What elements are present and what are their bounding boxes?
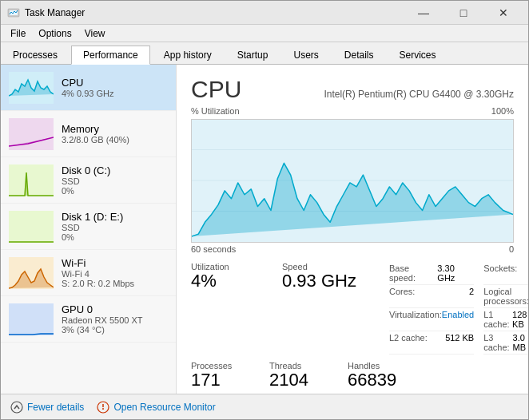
sidebar-item-gpu0[interactable]: GPU 0 Radeon RX 5500 XT 3% (34 °C) [1,296,176,343]
processes-value: 171 [191,370,255,390]
cpu-sub: 4% 0.93 GHz [62,89,168,98]
tab-processes[interactable]: Processes [1,45,70,64]
svg-point-15 [102,408,104,410]
svg-point-12 [11,402,22,413]
wifi-sidebar-info: Wi-Fi Wi-Fi 4 S: 2.0 R: 0.2 Mbps [62,257,168,288]
menu-file[interactable]: File [4,26,32,41]
task-manager-window: Task Manager — □ ✕ File Options View Pro… [0,0,529,420]
info-grid: Base speed: 3.30 GHz Sockets: 1 Cores: 2 [389,262,528,355]
menu-view[interactable]: View [78,26,112,41]
sidebar: CPU 4% 0.93 GHz Memory 3.2/8.0 GB (40%) [1,65,177,394]
chart-max-label: 100% [491,106,514,116]
disk0-title: Disk 0 (C:) [62,164,168,176]
detail-subtitle: Intel(R) Pentium(R) CPU G4400 @ 3.30GHz [324,89,514,100]
disk1-mini-chart [9,211,54,243]
sidebar-item-cpu[interactable]: CPU 4% 0.93 GHz [1,65,176,111]
memory-sub: 3.2/8.0 GB (40%) [62,135,168,145]
gpu0-mini-chart [9,303,54,335]
disk1-title: Disk 1 (D: E:) [62,211,168,223]
window-title: Task Manager [25,7,405,18]
detail-header: CPU Intel(R) Pentium(R) CPU G4400 @ 3.30… [191,76,514,103]
memory-sidebar-info: Memory 3.2/8.0 GB (40%) [62,123,168,145]
fewer-details-button[interactable]: Fewer details [10,401,84,414]
detail-title: CPU [191,76,241,103]
disk0-mini-chart [9,164,54,196]
window-controls: — □ ✕ [405,2,522,24]
wifi-title: Wi-Fi [62,257,168,269]
chart-time-label: 60 seconds [191,244,236,254]
memory-mini-chart [9,118,54,150]
cpu-chart [191,119,514,243]
cpu-title: CPU [62,77,168,89]
title-bar: Task Manager — □ ✕ [1,1,528,25]
sidebar-item-wifi[interactable]: Wi-Fi Wi-Fi 4 S: 2.0 R: 0.2 Mbps [1,250,176,296]
info-logical: Logical processors: 2 [483,285,528,308]
disk0-sub1: SSD [62,176,168,186]
tab-details[interactable]: Details [332,45,386,64]
memory-title: Memory [62,123,168,135]
cpu-mini-chart [9,72,54,104]
open-resource-monitor-button[interactable]: Open Resource Monitor [97,401,215,414]
disk1-sidebar-info: Disk 1 (D: E:) SSD 0% [62,211,168,242]
gpu0-title: GPU 0 [62,303,168,315]
minimize-button[interactable]: — [405,2,442,24]
tab-users[interactable]: Users [281,45,330,64]
chart-label-top: % Utilization 100% [191,106,514,116]
tab-performance[interactable]: Performance [71,46,150,65]
tab-services[interactable]: Services [388,45,448,64]
disk0-sub2: 0% [62,186,168,196]
maximize-button[interactable]: □ [445,2,482,24]
svg-rect-7 [9,303,54,335]
gpu0-sub2: 3% (34 °C) [62,325,168,335]
handles-value: 66839 [348,370,412,390]
menu-bar: File Options View [1,25,528,42]
app-icon [7,6,20,19]
info-l2: L2 cache: 512 KB [389,331,474,355]
threads-value: 2104 [269,370,333,390]
info-cores: Cores: 2 [389,285,474,308]
disk0-sidebar-info: Disk 0 (C:) SSD 0% [62,164,168,196]
gpu0-sidebar-info: GPU 0 Radeon RX 5500 XT 3% (34 °C) [62,303,168,335]
tab-bar: Processes Performance App history Startu… [1,42,528,65]
detail-panel: CPU Intel(R) Pentium(R) CPU G4400 @ 3.30… [177,65,528,394]
info-l3: L3 cache: 3.0 MB [483,331,528,355]
main-content: CPU 4% 0.93 GHz Memory 3.2/8.0 GB (40%) [1,65,528,394]
utilization-value: 4% [191,271,263,291]
chart-zero-label: 0 [509,244,514,254]
menu-options[interactable]: Options [32,26,78,41]
speed-value: 0.93 GHz [282,271,370,291]
tab-startup[interactable]: Startup [225,45,280,64]
info-base-speed: Base speed: 3.30 GHz [389,262,474,285]
tab-app-history[interactable]: App history [152,45,224,64]
gpu0-sub1: Radeon RX 5500 XT [62,315,168,325]
sidebar-item-memory[interactable]: Memory 3.2/8.0 GB (40%) [1,111,176,157]
info-virtualization: Virtualization: Enabled [389,308,474,331]
sidebar-item-disk1[interactable]: Disk 1 (D: E:) SSD 0% [1,204,176,250]
sidebar-item-disk0[interactable]: Disk 0 (C:) SSD 0% [1,157,176,204]
close-button[interactable]: ✕ [485,2,522,24]
wifi-mini-chart [9,257,54,289]
info-sockets: Sockets: 1 [483,262,528,285]
disk1-sub1: SSD [62,223,168,232]
chart-util-label: % Utilization [191,106,240,116]
bottom-bar: Fewer details Open Resource Monitor [1,394,528,419]
svg-rect-5 [9,211,54,243]
wifi-sub2: S: 2.0 R: 0.2 Mbps [62,279,168,288]
wifi-sub1: Wi-Fi 4 [62,269,168,279]
resource-monitor-icon [97,401,109,414]
info-l1: L1 cache: 128 KB [483,308,528,331]
chart-label-bottom: 60 seconds 0 [191,244,514,254]
chevron-up-icon [10,401,23,414]
cpu-sidebar-info: CPU 4% 0.93 GHz [62,77,168,98]
disk1-sub2: 0% [62,232,168,242]
svg-rect-4 [9,164,54,196]
